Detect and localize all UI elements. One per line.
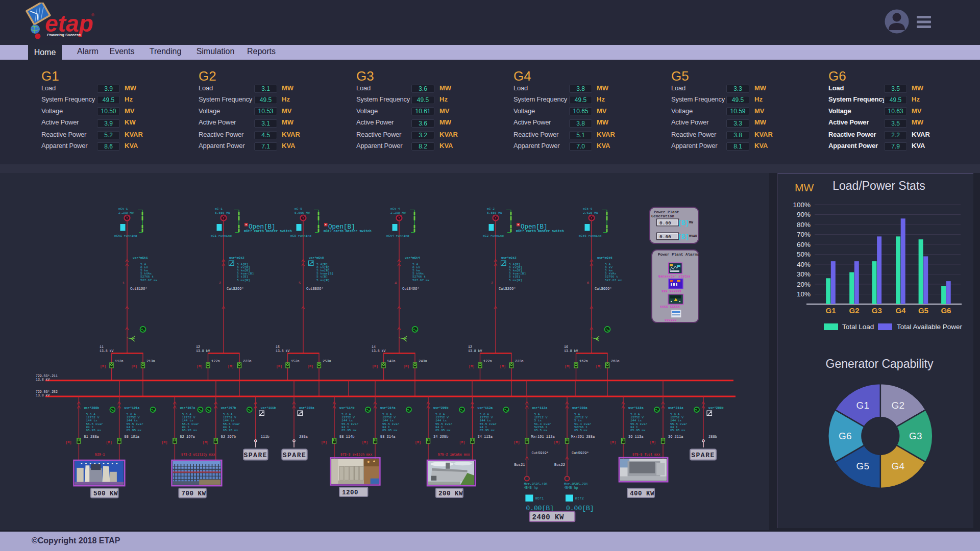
svg-text:[M]: [M] <box>650 441 656 444</box>
svg-text:0.00: 0.00 <box>659 234 671 240</box>
svg-text:142a: 142a <box>387 359 396 363</box>
svg-text:5.556 MW: 5.556 MW <box>487 211 502 215</box>
svg-text:50%: 50% <box>797 251 811 258</box>
svg-text:[B]: [B] <box>678 234 689 241</box>
svg-text:mGt-6: mGt-6 <box>583 207 593 211</box>
svg-text:Bus21: Bus21 <box>514 463 525 467</box>
svg-text:4545 hp: 4545 hp <box>524 486 537 490</box>
svg-text:Generation: Generation <box>651 214 675 218</box>
svg-text:400 KW: 400 KW <box>630 490 654 497</box>
svg-text:mGt6 running: mGt6 running <box>579 234 602 238</box>
svg-text:G4: G4 <box>895 306 906 315</box>
svg-text:G6: G6 <box>941 306 951 315</box>
svg-text:Total Available Power: Total Available Power <box>897 323 963 331</box>
svg-text:[M]: [M] <box>321 441 327 444</box>
svg-text:G5: G5 <box>918 306 928 315</box>
svg-text:®: ® <box>91 13 94 17</box>
svg-text:mG-1: mG-1 <box>215 207 223 211</box>
svg-text:xxxxxx: xxxxxx <box>665 319 677 322</box>
svg-text:90%: 90% <box>797 211 811 218</box>
svg-text:G2: G2 <box>892 400 904 411</box>
svg-text:13.8 kV: 13.8 kV <box>276 349 289 353</box>
svg-text:13.8 kV: 13.8 kV <box>36 378 50 382</box>
svg-text:70%: 70% <box>797 231 811 238</box>
svg-text:[M]: [M] <box>197 365 203 368</box>
svg-text:112a: 112a <box>115 359 124 363</box>
svg-text:usr*295b: usr*295b <box>433 406 449 410</box>
svg-text:2.288 MW: 2.288 MW <box>118 211 134 215</box>
svg-text:usr*113a: usr*113a <box>478 406 493 410</box>
svg-text:Gxnxxxtxr xtxtxx: Gxnxxxtxr xtxtxx <box>658 275 691 279</box>
svg-text:1: 1 <box>122 281 125 285</box>
svg-text:36_211a: 36_211a <box>668 435 683 439</box>
svg-text:52_197a: 52_197a <box>180 435 194 439</box>
svg-text:G3: G3 <box>909 431 922 441</box>
svg-text:usr*114b: usr*114b <box>339 406 355 410</box>
svg-text:263a: 263a <box>611 359 620 363</box>
svg-text:16: 16 <box>564 345 568 349</box>
svg-text:152a: 152a <box>291 359 300 363</box>
svg-text:usr*mGt5: usr*mGt5 <box>309 256 324 260</box>
svg-text:Mxr-9595-191: Mxr-9595-191 <box>524 483 548 486</box>
svg-text:G3: G3 <box>872 306 882 315</box>
svg-text:SPARE: SPARE <box>243 452 267 459</box>
svg-text:13.8 kV: 13.8 kV <box>468 349 482 353</box>
svg-text:58_314a: 58_314a <box>380 435 395 439</box>
svg-text:288b: 288b <box>708 435 717 439</box>
svg-text:[M]: [M] <box>65 441 71 444</box>
svg-text:mtr1: mtr1 <box>535 496 544 500</box>
svg-text:usr*288a: usr*288a <box>572 406 587 410</box>
svg-text:5: 5 <box>299 281 301 285</box>
svg-text:mtr2: mtr2 <box>575 496 584 500</box>
svg-text:13.8 kV: 13.8 kV <box>372 349 385 353</box>
svg-text:223a: 223a <box>515 359 524 363</box>
svg-text:34_113a: 34_113a <box>478 435 493 439</box>
svg-text:SPARE: SPARE <box>691 452 715 459</box>
svg-text:mGt? earth master switch: mGt? earth master switch <box>516 230 564 233</box>
svg-text:52_267b: 52_267b <box>221 435 236 439</box>
svg-text:xxx xxxxxx: xxx xxxxxx <box>662 290 681 293</box>
svg-text:12: 12 <box>468 345 472 349</box>
svg-text:65.95 mx: 65.95 mx <box>382 429 398 432</box>
svg-text:243a: 243a <box>419 359 427 363</box>
svg-text:[M]: [M] <box>276 365 282 368</box>
svg-text:10%: 10% <box>797 290 811 298</box>
svg-text:usr*mGt4: usr*mGt4 <box>405 256 420 260</box>
svg-text:mGt? earth master switch: mGt? earth master switch <box>324 230 372 233</box>
svg-text:G4: G4 <box>892 461 905 471</box>
svg-text:usr*285a: usr*285a <box>299 406 314 410</box>
svg-text:Power Plant: Power Plant <box>654 210 679 214</box>
svg-text:729-5G*-211: 729-5G*-211 <box>36 374 58 378</box>
svg-text:223a: 223a <box>243 359 252 363</box>
svg-text:mGt-4: mGt-4 <box>390 207 400 211</box>
svg-text:[M]: [M] <box>596 365 602 368</box>
svg-text:30%: 30% <box>797 270 811 278</box>
svg-text:usr*mGt6: usr*mGt6 <box>597 256 612 260</box>
svg-text:20%: 20% <box>797 281 811 288</box>
svg-text:usr*115a: usr*115a <box>628 406 644 410</box>
svg-text:CutS929*: CutS929* <box>572 451 589 455</box>
svg-text:1200: 1200 <box>342 489 358 496</box>
svg-text:575-5 fuel mxx: 575-5 fuel mxx <box>632 453 660 457</box>
svg-text:mGt? earth master switch: mGt? earth master switch <box>244 230 292 233</box>
svg-text:162a: 162a <box>579 359 588 363</box>
svg-text:[M]: [M] <box>610 441 616 444</box>
svg-text:[M]: [M] <box>500 365 506 368</box>
svg-text:65.95 mx: 65.95 mx <box>223 429 238 432</box>
svg-text:mG2 running: mG2 running <box>483 234 504 238</box>
svg-text:Powering Success: Powering Success <box>47 33 81 37</box>
svg-text:Mxr191_112a: Mxr191_112a <box>531 435 554 439</box>
svg-text:mG-5: mG-5 <box>295 207 302 211</box>
svg-text:[M]: [M] <box>106 441 112 444</box>
svg-text:[M]: [M] <box>100 365 106 368</box>
svg-text:58_114b: 58_114b <box>339 435 354 439</box>
svg-text:14: 14 <box>372 345 376 349</box>
svg-text:4545 hp: 4545 hp <box>564 486 578 490</box>
svg-text:Bus22: Bus22 <box>554 463 565 467</box>
svg-text:usr*288b: usr*288b <box>84 406 99 410</box>
svg-text:usr*191a: usr*191a <box>125 406 140 410</box>
svg-text:usr*197a: usr*197a <box>180 406 195 410</box>
svg-text:usr*mGt1: usr*mGt1 <box>133 256 148 260</box>
svg-text:G6: G6 <box>839 431 851 441</box>
svg-text:CutS499*: CutS499* <box>402 287 420 291</box>
